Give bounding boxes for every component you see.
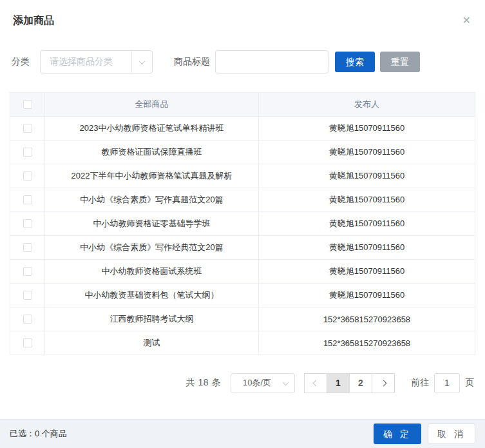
table-row[interactable]: 2022下半年中小幼教师资格笔试真题及解析 黄晓旭15070911560 xyxy=(10,164,475,188)
row-checkbox-cell xyxy=(10,260,45,283)
row-checkbox[interactable] xyxy=(23,315,32,324)
next-page-button[interactable] xyxy=(372,373,395,393)
row-checkbox[interactable] xyxy=(23,124,32,133)
dialog-footer: 已选：0 个商品 确 定 取 消 xyxy=(0,419,485,448)
row-checkbox[interactable] xyxy=(23,195,32,204)
select-all-checkbox[interactable] xyxy=(23,100,32,109)
row-checkbox-cell xyxy=(10,331,45,355)
publisher-name: 152*365815270923658 xyxy=(259,307,475,331)
goto-page-input[interactable] xyxy=(434,373,460,393)
selected-count: 0 个商品 xyxy=(35,429,67,438)
product-name: 2022下半年中小幼教师资格笔试真题及解析 xyxy=(45,164,259,188)
product-name: 2023中小幼教师资格证笔试单科精讲班 xyxy=(45,117,259,140)
publisher-name: 黄晓旭15070911560 xyxy=(259,117,475,140)
product-name: 中小幼教师资格证零基础导学班 xyxy=(45,212,259,235)
cancel-button[interactable]: 取 消 xyxy=(428,424,475,444)
table-header-row: 全部商品 发布人 xyxy=(10,93,475,117)
row-checkbox[interactable] xyxy=(23,267,32,276)
table-row[interactable]: 测试 152*365815270923658 xyxy=(10,331,475,355)
row-checkbox[interactable] xyxy=(23,148,32,157)
goto-label: 前往 xyxy=(411,377,429,389)
chevron-down-icon xyxy=(131,51,152,73)
category-placeholder: 请选择商品分类 xyxy=(41,56,113,68)
publisher-name: 152*365815270923658 xyxy=(259,331,475,355)
row-checkbox[interactable] xyxy=(23,338,32,347)
product-name: 中小幼《综合素质》写作经典范文20篇 xyxy=(45,236,259,259)
column-header-publisher: 发布人 xyxy=(259,93,475,116)
category-select[interactable]: 请选择商品分类 xyxy=(40,50,153,73)
filter-bar: 分类 请选择商品分类 商品标题 搜索 重置 xyxy=(0,50,485,73)
publisher-name: 黄晓旭15070911560 xyxy=(259,212,475,235)
page-button-1[interactable]: 1 xyxy=(327,373,350,393)
confirm-button[interactable]: 确 定 xyxy=(374,424,421,444)
row-checkbox-cell xyxy=(10,141,45,164)
close-icon[interactable]: ✕ xyxy=(462,15,471,26)
publisher-name: 黄晓旭15070911560 xyxy=(259,141,475,164)
row-checkbox[interactable] xyxy=(23,291,32,300)
product-name: 教师资格证面试保障直播班 xyxy=(45,141,259,164)
publisher-name: 黄晓旭15070911560 xyxy=(259,188,475,211)
row-checkbox-cell xyxy=(10,188,45,211)
goto-suffix: 页 xyxy=(465,377,474,389)
row-checkbox-cell xyxy=(10,212,45,235)
search-button[interactable]: 搜索 xyxy=(335,52,375,72)
table-row[interactable]: 江西教师招聘考试大纲 152*365815270923658 xyxy=(10,307,475,331)
publisher-name: 黄晓旭15070911560 xyxy=(259,284,475,307)
table-row[interactable]: 中小幼教资基础资料包（笔试大纲） 黄晓旭15070911560 xyxy=(10,284,475,307)
row-checkbox-cell xyxy=(10,284,45,307)
publisher-name: 黄晓旭15070911560 xyxy=(259,260,475,283)
row-checkbox[interactable] xyxy=(23,219,32,228)
footer-buttons: 确 定 取 消 xyxy=(374,424,475,444)
selected-info: 已选：0 个商品 xyxy=(10,428,67,440)
product-name: 测试 xyxy=(45,331,259,355)
table-row[interactable]: 中小幼《综合素质》写作真题范文20篇 黄晓旭15070911560 xyxy=(10,188,475,212)
table-row[interactable]: 中小幼教师资格面试系统班 黄晓旭15070911560 xyxy=(10,260,475,284)
pager: 1 2 xyxy=(304,373,395,393)
selected-label: 已选： xyxy=(10,429,35,438)
product-name: 中小幼《综合素质》写作真题范文20篇 xyxy=(45,188,259,211)
product-name: 中小幼教师资格面试系统班 xyxy=(45,260,259,283)
page-size-value: 10条/页 xyxy=(231,377,271,389)
header-checkbox-cell xyxy=(10,93,45,116)
table-row[interactable]: 教师资格证面试保障直播班 黄晓旭15070911560 xyxy=(10,141,475,164)
title-input[interactable] xyxy=(215,50,328,73)
product-table: 全部商品 发布人 2023中小幼教师资格证笔试单科精讲班 黄晓旭15070911… xyxy=(10,92,475,355)
row-checkbox-cell xyxy=(10,307,45,331)
table-row[interactable]: 2023中小幼教师资格证笔试单科精讲班 黄晓旭15070911560 xyxy=(10,117,475,141)
product-name: 中小幼教资基础资料包（笔试大纲） xyxy=(45,284,259,307)
table-row[interactable]: 中小幼教师资格证零基础导学班 黄晓旭15070911560 xyxy=(10,212,475,236)
dialog-title: 添加商品 xyxy=(13,14,472,27)
reset-button[interactable]: 重置 xyxy=(380,52,420,72)
row-checkbox-cell xyxy=(10,164,45,188)
page-button-2[interactable]: 2 xyxy=(349,373,372,393)
row-checkbox[interactable] xyxy=(23,171,32,180)
column-header-product: 全部商品 xyxy=(45,93,259,116)
publisher-name: 黄晓旭15070911560 xyxy=(259,236,475,259)
chevron-down-icon xyxy=(276,381,294,385)
row-checkbox-cell xyxy=(10,236,45,259)
pagination-bar: 共 18 条 10条/页 1 2 前往 页 xyxy=(0,373,485,393)
category-label: 分类 xyxy=(12,56,30,68)
prev-page-button[interactable] xyxy=(304,373,327,393)
title-label: 商品标题 xyxy=(174,56,210,68)
total-count-text: 共 18 条 xyxy=(186,377,221,389)
dialog-header: 添加商品 ✕ xyxy=(0,0,485,27)
page-size-select[interactable]: 10条/页 xyxy=(231,373,295,393)
row-checkbox-cell xyxy=(10,117,45,140)
row-checkbox[interactable] xyxy=(23,243,32,252)
publisher-name: 黄晓旭15070911560 xyxy=(259,164,475,188)
table-row[interactable]: 中小幼《综合素质》写作经典范文20篇 黄晓旭15070911560 xyxy=(10,236,475,260)
product-name: 江西教师招聘考试大纲 xyxy=(45,307,259,331)
